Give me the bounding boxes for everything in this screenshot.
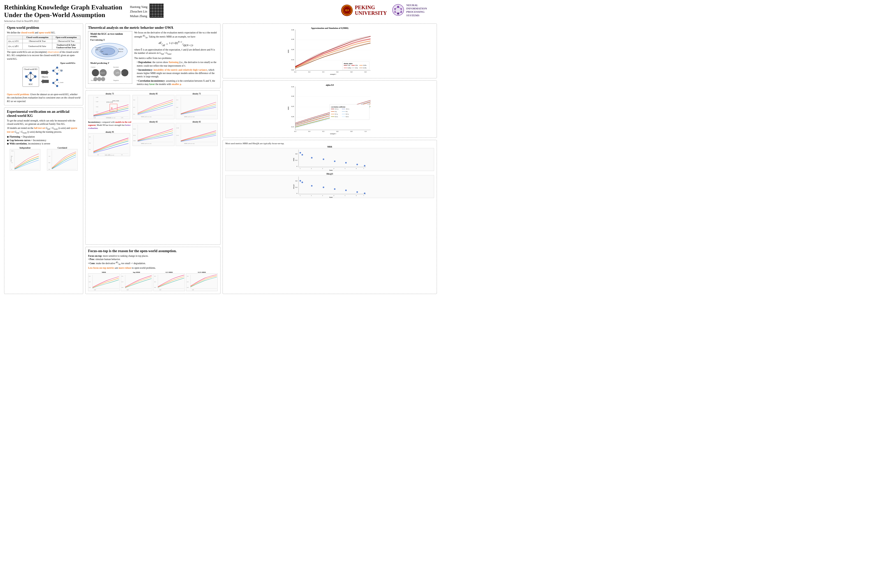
table-row: r(eₕ, eₜ) ∉ G Unobserved & False Unobser… bbox=[7, 43, 80, 50]
svg-text:0 s: 0 s bbox=[346, 111, 348, 112]
corr-label: Correlated bbox=[57, 147, 67, 149]
svg-text:MRR (full test set): MRR (full test set) bbox=[55, 170, 64, 171]
svg-text:MRR (full test set): MRR (full test set) bbox=[106, 117, 116, 118]
svg-text:0.22: 0.22 bbox=[96, 111, 98, 112]
svg-text:0.2 a: 0.2 a bbox=[335, 116, 338, 117]
svg-text:6: 6 bbox=[356, 195, 357, 196]
author3: Muhan Zhang bbox=[130, 14, 147, 18]
svg-point-238 bbox=[334, 160, 336, 162]
focus-panel: Focus-on-top is the reason for the open-… bbox=[85, 247, 220, 294]
svg-text:0.8: 0.8 bbox=[296, 153, 297, 154]
svg-line-22 bbox=[31, 73, 35, 76]
svg-text:0.5: 0.5 bbox=[322, 130, 324, 132]
approx-panel: Approximation and Simulation of E(MRR) 0… bbox=[222, 24, 437, 78]
svg-point-234 bbox=[300, 152, 301, 153]
col-right: Approximation and Simulation of E(MRR) 0… bbox=[222, 24, 437, 294]
svg-text:density alpha: density alpha bbox=[344, 63, 352, 64]
svg-point-261 bbox=[345, 190, 347, 191]
halfmrr-svg: full 0.5 0.3 0.0 bbox=[153, 273, 185, 291]
svg-text:0.15: 0.15 bbox=[133, 135, 136, 136]
theory-panel: Theoretical analysis on the metric behav… bbox=[85, 24, 220, 88]
svg-point-87 bbox=[111, 108, 112, 109]
quartermrr-svg: full 0.5 0.3 0.0 bbox=[186, 273, 218, 291]
svg-text:MRR (full test set): MRR (full test set) bbox=[141, 143, 152, 145]
svg-line-23 bbox=[31, 76, 35, 80]
math-formula: dÊ/dℓ = 1-(1-ℓβ)N+1/ℓβ(N+1), bbox=[134, 40, 218, 47]
density-row2: density 65 MRR (full test set) 0. bbox=[132, 121, 218, 147]
svg-text:0.4: 0.4 bbox=[296, 159, 297, 161]
cw-kg-box: Closed-world KG bbox=[22, 67, 39, 87]
svg-text:0.5: 0.5 bbox=[322, 71, 324, 73]
hits3-svg: 0 0.4 0.8 1 2 3 4 5 6 7 Rank Hits@3 bbox=[225, 175, 434, 198]
svg-text:full: full bbox=[127, 289, 129, 290]
scatter-panel: Most used metrics MRR and Hits@k are typ… bbox=[222, 140, 437, 294]
svg-text:MRR (full test set): MRR (full test set) bbox=[184, 143, 195, 145]
density75-svg: 0.40 0.55 0.70 (0.54, 0.25) (0.63, 0.28)… bbox=[88, 95, 130, 119]
svg-text:0.0: 0.0 bbox=[154, 286, 156, 288]
svg-line-34 bbox=[53, 71, 57, 74]
svg-text:4: 4 bbox=[333, 195, 334, 196]
svg-text:1.0: 1.0 bbox=[364, 130, 366, 132]
d75-chart-top: density 75 bbox=[88, 93, 131, 120]
theory-body: Model the KGC as two random events. Fact… bbox=[88, 31, 218, 86]
density-charts: density 75 bbox=[88, 93, 218, 242]
svg-text:0.20: 0.20 bbox=[291, 116, 294, 117]
col-cw: Closed-world assumption bbox=[22, 36, 52, 39]
density85-svg: MRR (full test set) 0.4 0.3 0.1 bbox=[132, 95, 175, 119]
svg-text:0.28: 0.28 bbox=[96, 101, 98, 103]
peking-text: PEKINGUNIVERSITY bbox=[355, 4, 387, 16]
svg-line-20 bbox=[26, 73, 31, 76]
svg-point-71 bbox=[101, 77, 105, 81]
right-density: density 85 MRR (full test set) 0. bbox=[132, 93, 218, 242]
hits3-scatter: Hits@3 0 0.4 0.8 1 2 3 4 5 6 bbox=[225, 173, 434, 198]
svg-text:0.6: 0.6 bbox=[89, 136, 91, 138]
venn-diagram: Included P(X̄)=1-δ Missing P(X)=δ G_full… bbox=[90, 42, 130, 61]
qr-block bbox=[150, 4, 164, 18]
svg-text:-0.1 a: -0.1 a bbox=[335, 108, 338, 110]
svg-text:0: 0 bbox=[11, 169, 12, 170]
svg-text:0.40: 0.40 bbox=[291, 29, 294, 31]
svg-marker-26 bbox=[41, 79, 49, 84]
svg-text:0.0: 0.0 bbox=[97, 154, 99, 155]
svg-text:full: full bbox=[94, 289, 96, 290]
svg-point-260 bbox=[334, 188, 336, 190]
svg-text:0.65a: 0.65a bbox=[348, 67, 351, 69]
mrr-scatter-svg: 0 0.4 0.8 1 2 3 4 5 6 7 Rank MRR bbox=[225, 148, 434, 171]
corr-section: Correlated 0.6 0.8 1.0 MRR (full test se… bbox=[44, 147, 80, 171]
svg-text:G_train: G_train bbox=[58, 81, 63, 84]
svg-line-21 bbox=[26, 76, 31, 80]
svg-rect-83 bbox=[110, 104, 117, 111]
svg-text:0: 0 bbox=[297, 166, 297, 167]
svg-point-239 bbox=[345, 162, 347, 164]
svg-text:Negative: Negative bbox=[113, 80, 119, 81]
mrr-chart: MRR full 0.5 0.3 0.0 bbox=[88, 271, 120, 292]
svg-text:0 a: 0 a bbox=[335, 111, 337, 112]
svg-point-259 bbox=[323, 186, 324, 188]
svg-text:Missing: Missing bbox=[118, 48, 123, 50]
svg-point-262 bbox=[357, 191, 358, 193]
density-panel: density 75 bbox=[85, 90, 220, 244]
peking-logo: 北大 PEKINGUNIVERSITY bbox=[341, 4, 387, 16]
svg-text:0.2: 0.2 bbox=[176, 106, 178, 108]
model-box: Model the KGC as two random events. Fact… bbox=[88, 31, 132, 84]
arrows: Observe bbox=[41, 70, 49, 84]
col-left: Open-world problem We define the closed-… bbox=[4, 24, 83, 294]
theory-text: We focus on the derivative of the evalua… bbox=[134, 31, 218, 86]
focus-charts: MRR full 0.5 0.3 0.0 bbox=[88, 271, 218, 292]
svg-text:0.3: 0.3 bbox=[122, 281, 123, 282]
svg-text:0.8: 0.8 bbox=[350, 130, 352, 132]
focus-text: Focus-on-top: more sensitive to ranking … bbox=[88, 255, 218, 258]
ow-graph2: G_train bbox=[51, 77, 65, 89]
svg-text:0.15: 0.15 bbox=[176, 135, 179, 136]
main-title: Rethinking Knowledge Graph Evaluation Un… bbox=[4, 4, 122, 19]
open-world-panel: Open-world problem We define the closed-… bbox=[4, 24, 83, 105]
ow-text1: The open-world KGs are an (incomplete) o… bbox=[7, 51, 80, 61]
svg-text:0.65s: 0.65s bbox=[363, 64, 367, 66]
svg-text:1.0: 1.0 bbox=[121, 154, 123, 155]
logos: 北大 PEKINGUNIVERSITY bbox=[341, 4, 437, 17]
svg-line-31 bbox=[53, 68, 57, 71]
svg-text:MRR sparse: MRR sparse bbox=[10, 156, 12, 162]
svg-text:0.25: 0.25 bbox=[291, 106, 294, 107]
ow-table: Closed-world assumption Open-world assum… bbox=[7, 36, 80, 50]
svg-point-256 bbox=[300, 180, 301, 182]
